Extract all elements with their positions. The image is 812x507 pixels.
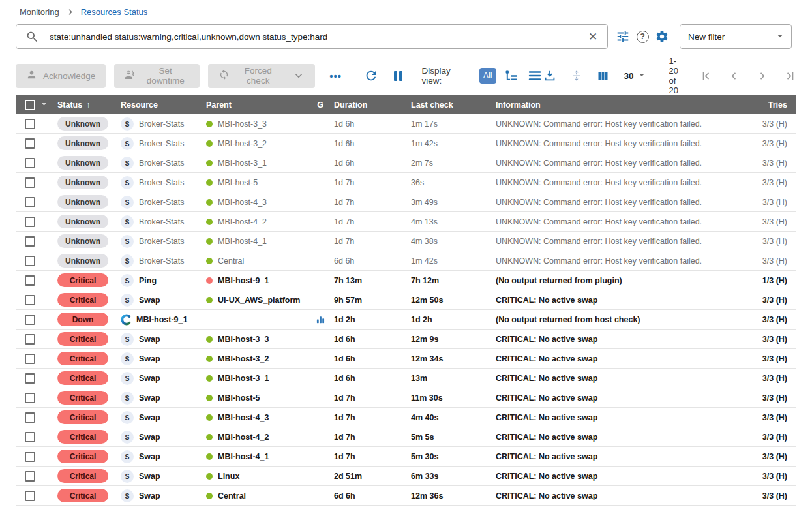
row-checkbox[interactable] — [25, 217, 35, 227]
graph-icon[interactable] — [316, 315, 325, 324]
parent-cell[interactable]: MBI-host-5 — [206, 178, 307, 187]
resource-cell[interactable]: SSwap — [121, 392, 206, 405]
row-checkbox[interactable] — [25, 491, 35, 501]
status-chip[interactable]: Unknown — [57, 117, 108, 131]
row-checkbox[interactable] — [25, 452, 35, 462]
acknowledge-button[interactable]: Acknowledge — [16, 64, 106, 88]
status-chip[interactable]: Critical — [57, 332, 108, 346]
parent-cell[interactable]: MBI-host-4_3 — [206, 198, 307, 207]
breadcrumb-monitoring[interactable]: Monitoring — [20, 7, 59, 17]
last-page-icon[interactable] — [784, 70, 796, 82]
row-checkbox[interactable] — [25, 236, 35, 247]
view-tree-icon[interactable] — [504, 69, 519, 84]
parent-cell[interactable]: MBI-host-3_1 — [206, 374, 307, 383]
column-header-information[interactable]: Information — [496, 100, 740, 110]
column-header-parent[interactable]: Parent — [206, 100, 307, 110]
status-chip[interactable]: Unknown — [57, 136, 108, 150]
parent-cell[interactable]: MBI-host-3_2 — [206, 139, 307, 148]
status-chip[interactable]: Critical — [57, 450, 108, 463]
row-checkbox[interactable] — [25, 432, 35, 442]
parent-cell[interactable]: MBI-host-3_3 — [206, 335, 307, 344]
breadcrumb-resources-status[interactable]: Resources Status — [81, 7, 148, 17]
forced-check-button[interactable]: Forced check — [208, 64, 315, 88]
refresh-icon[interactable] — [364, 69, 378, 83]
set-downtime-button[interactable]: Set downtime — [114, 64, 200, 88]
select-menu-caret-icon[interactable] — [39, 99, 49, 111]
resource-cell[interactable]: SSwap — [121, 294, 206, 307]
select-all-checkbox[interactable] — [25, 100, 35, 110]
resource-cell[interactable]: SSwap — [121, 352, 206, 365]
parent-cell[interactable]: Central — [206, 491, 307, 500]
parent-cell[interactable]: Central — [206, 256, 307, 266]
parent-cell[interactable]: MBI-host-4_1 — [206, 452, 307, 461]
rows-per-page-select[interactable]: 30 — [624, 70, 647, 82]
row-checkbox[interactable] — [25, 158, 35, 168]
resource-cell[interactable]: SBroker-Stats — [121, 196, 206, 209]
parent-cell[interactable]: MBI-host-3_3 — [206, 119, 307, 129]
resource-cell[interactable]: SBroker-Stats — [121, 117, 206, 131]
row-checkbox[interactable] — [25, 275, 35, 286]
row-checkbox[interactable] — [25, 177, 35, 188]
gear-icon[interactable] — [652, 27, 672, 46]
row-checkbox[interactable] — [25, 295, 35, 305]
status-chip[interactable]: Critical — [57, 352, 108, 365]
parent-cell[interactable]: MBI-host-5 — [206, 393, 307, 403]
status-chip[interactable]: Critical — [57, 293, 108, 307]
status-chip[interactable]: Critical — [57, 469, 108, 483]
resource-cell[interactable]: SBroker-Stats — [121, 176, 206, 189]
parent-cell[interactable]: MBI-host-4_1 — [206, 237, 307, 246]
status-chip[interactable]: Unknown — [57, 254, 108, 268]
column-header-last-check[interactable]: Last check — [411, 100, 496, 110]
parent-cell[interactable]: MBI-host-4_2 — [206, 433, 307, 442]
status-chip[interactable]: Unknown — [57, 156, 108, 170]
status-chip[interactable]: Critical — [57, 371, 108, 385]
parent-cell[interactable]: MBI-host-9_1 — [206, 276, 307, 285]
pause-icon[interactable] — [394, 71, 402, 81]
row-checkbox[interactable] — [25, 471, 35, 482]
search-input[interactable] — [50, 32, 585, 42]
row-checkbox[interactable] — [25, 119, 35, 129]
row-checkbox[interactable] — [25, 373, 35, 384]
resource-cell[interactable]: SBroker-Stats — [121, 137, 206, 150]
status-chip[interactable]: Unknown — [57, 234, 108, 248]
resource-cell[interactable]: SBroker-Stats — [121, 235, 206, 248]
status-chip[interactable]: Down — [57, 313, 108, 326]
status-chip[interactable]: Critical — [57, 410, 108, 424]
next-page-icon[interactable] — [756, 70, 768, 82]
resource-cell[interactable]: SSwap — [121, 450, 206, 463]
resource-cell[interactable]: SSwap — [121, 333, 206, 346]
view-all-button[interactable]: All — [479, 68, 496, 84]
more-actions-button[interactable]: ••• — [324, 68, 347, 84]
help-icon[interactable]: ? — [633, 27, 652, 46]
resource-cell[interactable]: SSwap — [121, 431, 206, 444]
previous-page-icon[interactable] — [728, 70, 740, 82]
expand-rows-icon[interactable] — [570, 69, 583, 83]
chevron-down-icon[interactable] — [293, 70, 305, 82]
parent-cell[interactable]: MBI-host-3_1 — [206, 159, 307, 168]
resource-cell[interactable]: SPing — [121, 274, 206, 287]
column-header-resource[interactable]: Resource — [121, 100, 206, 110]
resource-cell[interactable]: SBroker-Stats — [121, 254, 206, 268]
row-checkbox[interactable] — [25, 315, 35, 325]
resource-cell[interactable]: SSwap — [121, 489, 206, 502]
column-header-tries[interactable]: Tries — [740, 100, 796, 110]
status-chip[interactable]: Unknown — [57, 176, 108, 189]
saved-filter-select[interactable]: New filter — [680, 24, 792, 49]
first-page-icon[interactable] — [700, 70, 712, 82]
row-checkbox[interactable] — [25, 138, 35, 149]
parent-cell[interactable]: MBI-host-4_3 — [206, 413, 307, 422]
row-checkbox[interactable] — [25, 334, 35, 345]
resource-cell[interactable]: SSwap — [121, 372, 206, 385]
column-header-graph[interactable]: G — [307, 100, 334, 110]
status-chip[interactable]: Critical — [57, 489, 108, 502]
resource-cell[interactable]: MBI-host-9_1 — [121, 314, 206, 326]
resource-cell[interactable]: SBroker-Stats — [121, 157, 206, 170]
row-checkbox[interactable] — [25, 393, 35, 403]
resource-cell[interactable]: SSwap — [121, 470, 206, 483]
status-chip[interactable]: Unknown — [57, 215, 108, 228]
row-checkbox[interactable] — [25, 256, 35, 266]
status-chip[interactable]: Critical — [57, 430, 108, 444]
row-checkbox[interactable] — [25, 354, 35, 364]
column-header-duration[interactable]: Duration — [334, 100, 411, 110]
parent-cell[interactable]: UI-UX_AWS_platform — [206, 296, 307, 305]
